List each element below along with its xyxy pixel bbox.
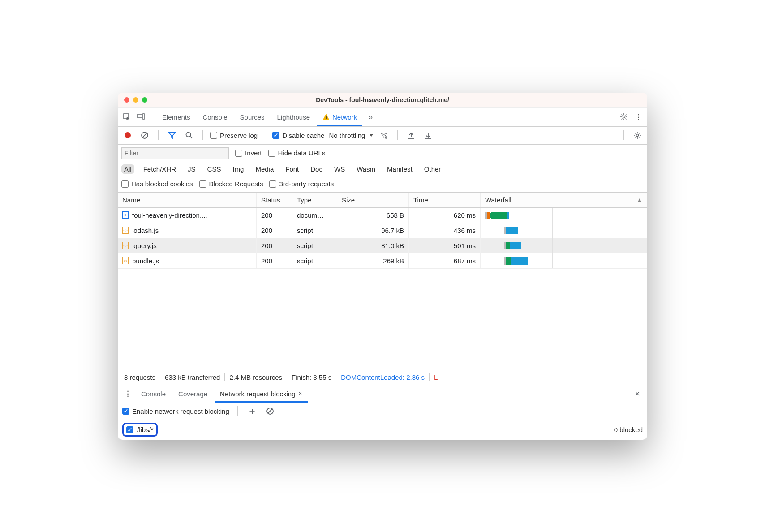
svg-line-7 (142, 133, 147, 137)
script-icon: <> (122, 257, 129, 264)
record-icon[interactable] (121, 129, 134, 142)
throttling-select[interactable]: No throttling (329, 132, 373, 139)
import-har-icon[interactable] (405, 129, 417, 142)
col-type[interactable]: Type (292, 193, 337, 207)
waterfall-cell (481, 223, 647, 238)
enable-blocking-checkbox[interactable]: ✓Enable network request blocking (122, 408, 229, 415)
pattern-highlight: ✓ /libs/* (122, 423, 158, 437)
third-party-checkbox[interactable]: 3rd-party requests (269, 180, 334, 188)
type-media[interactable]: Media (253, 164, 276, 174)
request-name: <>jquery.js (118, 238, 257, 253)
type-wasm[interactable]: Wasm (354, 164, 378, 174)
settings-icon[interactable] (618, 111, 630, 123)
drawer-tab-network-request-blocking[interactable]: Network request blocking × (215, 385, 308, 403)
tab-console[interactable]: Console (198, 107, 233, 126)
pattern-text[interactable]: /libs/* (137, 426, 154, 433)
waterfall-cell (481, 208, 647, 223)
filter-input[interactable] (121, 147, 229, 159)
col-size[interactable]: Size (337, 193, 409, 207)
blocked-requests-checkbox[interactable]: Blocked Requests (199, 180, 263, 188)
type-css[interactable]: CSS (205, 164, 224, 174)
document-icon: ≡ (122, 211, 129, 219)
kebab-menu-icon[interactable]: ⋮ (632, 111, 645, 123)
request-status: 200 (257, 223, 292, 238)
drawer-kebab-icon[interactable]: ⋮ (121, 387, 134, 400)
close-tab-icon[interactable]: × (298, 390, 302, 398)
summary-transferred: 633 kB transferred (160, 373, 225, 381)
more-tabs-icon[interactable]: » (364, 111, 377, 123)
svg-point-8 (186, 133, 191, 137)
type-fetch-xhr[interactable]: Fetch/XHR (141, 164, 179, 174)
script-icon: <> (122, 227, 129, 234)
warning-icon (322, 113, 330, 120)
type-all[interactable]: All (121, 164, 134, 174)
col-status[interactable]: Status (257, 193, 292, 207)
request-time: 436 ms (409, 223, 481, 238)
network-settings-icon[interactable] (631, 129, 644, 142)
request-type: script (292, 223, 337, 238)
disable-cache-checkbox[interactable]: ✓Disable cache (272, 132, 324, 139)
col-time[interactable]: Time (409, 193, 481, 207)
drawer-tab-console[interactable]: Console (136, 385, 171, 403)
pattern-checkbox[interactable]: ✓ (126, 426, 133, 433)
drawer-tab-coverage[interactable]: Coverage (173, 385, 213, 403)
type-doc[interactable]: Doc (308, 164, 325, 174)
drawer-toolbar: ✓Enable network request blocking ＋ (118, 403, 647, 420)
waterfall-cell (481, 238, 647, 253)
table-row[interactable]: <>lodash.js 200 script 96.7 kB 436 ms (118, 223, 647, 238)
tab-lighthouse[interactable]: Lighthouse (272, 107, 315, 126)
add-pattern-icon[interactable]: ＋ (246, 405, 258, 417)
table-row[interactable]: ≡foul-heavenly-direction.... 200 docum… … (118, 208, 647, 223)
type-js[interactable]: JS (185, 164, 198, 174)
clear-icon[interactable] (138, 129, 151, 142)
waterfall-cell (481, 253, 647, 268)
type-manifest[interactable]: Manifest (384, 164, 415, 174)
table-row[interactable]: <>bundle.js 200 script 269 kB 687 ms (118, 253, 647, 269)
has-blocked-cookies-checkbox[interactable]: Has blocked cookies (121, 180, 193, 188)
col-waterfall[interactable]: Waterfall▲ (481, 193, 647, 207)
network-conditions-icon[interactable] (378, 129, 390, 142)
table-row[interactable]: <>jquery.js 200 script 81.0 kB 501 ms (118, 238, 647, 253)
export-har-icon[interactable] (422, 129, 434, 142)
summary-finish: Finish: 3.55 s (287, 373, 336, 381)
request-status: 200 (257, 253, 292, 268)
summary-resources: 2.4 MB resources (225, 373, 287, 381)
network-summary: 8 requests 633 kB transferred 2.4 MB res… (118, 370, 647, 385)
request-name: <>bundle.js (118, 253, 257, 268)
tab-sources[interactable]: Sources (235, 107, 270, 126)
summary-load: L (430, 373, 442, 381)
tab-elements[interactable]: Elements (157, 107, 196, 126)
device-toggle-icon[interactable] (135, 111, 147, 123)
remove-all-patterns-icon[interactable] (264, 405, 276, 417)
request-type: docum… (292, 208, 337, 223)
invert-checkbox[interactable]: Invert (235, 149, 262, 157)
script-icon: <> (122, 242, 129, 249)
blocked-count: 0 blocked (614, 426, 643, 433)
col-name[interactable]: Name (118, 193, 257, 207)
type-other[interactable]: Other (421, 164, 444, 174)
filter-icon[interactable] (166, 129, 178, 142)
request-size: 81.0 kB (337, 238, 409, 253)
hide-data-urls-checkbox[interactable]: Hide data URLs (268, 149, 326, 157)
network-toolbar: Preserve log ✓Disable cache No throttlin… (118, 127, 647, 145)
svg-rect-3 (326, 116, 327, 118)
main-tabs: Elements Console Sources Lighthouse Netw… (118, 108, 647, 127)
preserve-log-checkbox[interactable]: Preserve log (210, 132, 258, 139)
request-type: script (292, 253, 337, 268)
request-status: 200 (257, 238, 292, 253)
type-font[interactable]: Font (283, 164, 301, 174)
inspect-icon[interactable] (120, 111, 133, 123)
tab-network[interactable]: Network (317, 107, 362, 126)
search-icon[interactable] (183, 129, 195, 142)
svg-point-14 (636, 134, 639, 137)
drawer-close-icon[interactable]: × (631, 387, 644, 400)
type-ws[interactable]: WS (331, 164, 348, 174)
titlebar: DevTools - foul-heavenly-direction.glitc… (118, 93, 647, 108)
svg-rect-2 (142, 114, 145, 119)
summary-domcontentloaded: DOMContentLoaded: 2.86 s (336, 373, 430, 381)
request-name: ≡foul-heavenly-direction.... (118, 208, 257, 223)
request-status: 200 (257, 208, 292, 223)
devtools-window: DevTools - foul-heavenly-direction.glitc… (118, 93, 647, 440)
type-img[interactable]: Img (230, 164, 246, 174)
request-time: 501 ms (409, 238, 481, 253)
